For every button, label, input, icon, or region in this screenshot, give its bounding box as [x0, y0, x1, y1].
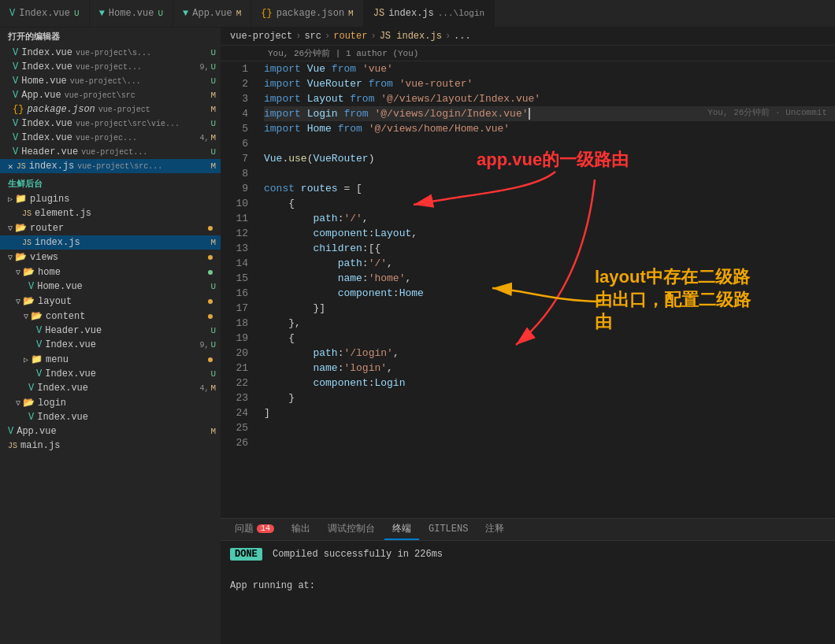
- tree-login-folder[interactable]: ▽ 📂 login: [0, 395, 221, 410]
- tree-content-folder[interactable]: ▽ 📂 content: [0, 309, 221, 324]
- bc-router: router: [333, 31, 367, 42]
- close-icon[interactable]: ✕: [8, 161, 13, 172]
- file-name: Index.vue: [37, 412, 88, 423]
- tab-debug-console[interactable]: 调试控制台: [320, 519, 383, 540]
- tree-main-js[interactable]: JS main.js: [0, 439, 221, 453]
- vue-file-icon: V: [13, 146, 18, 157]
- file-name: Index.vue: [21, 61, 72, 72]
- tree-home-folder[interactable]: ▽ 📂 home: [0, 265, 221, 279]
- file-status: U: [210, 62, 216, 72]
- status-dot-orange: [208, 255, 213, 260]
- code-line-16: component:Home: [264, 286, 835, 301]
- tree-element-js[interactable]: JS element.js: [0, 206, 221, 220]
- terminal-content[interactable]: DONE Compiled successfully in 226ms App …: [221, 541, 835, 644]
- folder-name: layout: [38, 296, 72, 307]
- tab-terminal[interactable]: 终端: [384, 519, 419, 540]
- problem-count: 14: [257, 524, 274, 533]
- open-file-index-vue-4[interactable]: V Index.vue vue-projec... 4, M: [0, 131, 221, 145]
- tab-label: Home.vue: [109, 8, 154, 19]
- tree-index-vue-content[interactable]: V Index.vue 9, U: [0, 338, 221, 352]
- code-line-10: {: [264, 196, 835, 211]
- tree-index-js[interactable]: JS index.js M: [0, 235, 221, 250]
- tree-home-vue[interactable]: V Home.vue U: [0, 279, 221, 294]
- open-file-index-vue-1[interactable]: V Index.vue vue-project\s... U: [0, 46, 221, 60]
- bc-sep4: ›: [445, 31, 451, 42]
- json-icon: {}: [261, 8, 272, 19]
- file-name: index.js: [35, 237, 80, 248]
- code-line-3: import Layout from '@/views/layout/Index…: [264, 91, 835, 106]
- file-name: Header.vue: [45, 325, 102, 336]
- file-status: M: [210, 238, 216, 247]
- tab-status: M: [236, 9, 242, 18]
- file-path: vue-project...: [81, 148, 147, 157]
- open-file-index-vue-3[interactable]: V Index.vue vue-project\src\vie... U: [0, 117, 221, 131]
- git-blame: You, 26分钟前 · Uncommit: [707, 106, 835, 118]
- folder-icon: 📂: [15, 251, 27, 263]
- folder-name: home: [38, 267, 61, 278]
- badge: 9,: [199, 63, 209, 72]
- tree-index-vue-menu[interactable]: V Index.vue U: [0, 367, 221, 381]
- tree-menu-folder[interactable]: ▷ 📁 menu: [0, 352, 221, 367]
- open-file-index-vue-2[interactable]: V Index.vue vue-project... 9, U: [0, 60, 221, 74]
- tab-app-vue[interactable]: ▼ App.vue M: [173, 0, 251, 27]
- open-file-header-vue[interactable]: V Header.vue vue-project... U: [0, 145, 221, 159]
- tab-problems[interactable]: 问题 14: [227, 519, 282, 540]
- open-file-home-vue[interactable]: V Home.vue vue-project\... U: [0, 74, 221, 88]
- file-name: Home.vue: [21, 76, 67, 87]
- bc-ellipsis: ...: [454, 31, 471, 42]
- file-path: vue-projec...: [76, 134, 137, 142]
- tab-package-json[interactable]: {} package.json M: [251, 0, 363, 27]
- tab-path: ...\login: [438, 9, 484, 18]
- code-line-15: name:'home',: [264, 271, 835, 286]
- code-line-7: Vue.use(VueRouter): [264, 151, 835, 166]
- tree-app-vue[interactable]: V App.vue M: [0, 424, 221, 439]
- tree-header-vue[interactable]: V Header.vue U: [0, 324, 221, 338]
- open-file-app-vue[interactable]: V App.vue vue-project\src M: [0, 88, 221, 102]
- tab-status: U: [158, 9, 163, 18]
- file-path: vue-project\src: [65, 91, 135, 100]
- tab-gitlens[interactable]: GITLENS: [421, 519, 476, 540]
- file-name: element.js: [35, 208, 91, 219]
- tab-status: U: [74, 9, 80, 18]
- vue-file-icon: V: [13, 47, 18, 58]
- tree-views[interactable]: ▽ 📂 views: [0, 250, 221, 265]
- folder-name: login: [38, 398, 66, 409]
- file-status: U: [210, 282, 216, 291]
- code-line-21: name:'login',: [264, 361, 835, 376]
- tree-plugins[interactable]: ▷ 📁 plugins: [0, 191, 221, 206]
- tree-layout-folder[interactable]: ▽ 📂 layout: [0, 294, 221, 309]
- tab-index-js[interactable]: JS index.js ...\login: [364, 0, 495, 27]
- tab-label: package.json: [276, 8, 344, 19]
- file-name: index.js: [29, 161, 75, 172]
- tab-label: index.js: [388, 8, 434, 19]
- folder-icon: 📂: [15, 222, 27, 234]
- tree-router[interactable]: ▽ 📂 router: [0, 220, 221, 235]
- open-file-index-js[interactable]: ✕ JS index.js vue-project\src... M: [0, 159, 221, 173]
- file-path: vue-project\...: [70, 77, 141, 86]
- code-line-17: }]: [264, 301, 835, 316]
- bc-sep2: ›: [325, 31, 330, 42]
- code-line-2: import VueRouter from 'vue-router': [264, 76, 835, 91]
- open-file-package-json[interactable]: {} package.json vue-project M: [0, 102, 221, 117]
- tree-index-vue-login[interactable]: V Index.vue: [0, 410, 221, 424]
- main-area: 打开的编辑器 V Index.vue vue-project\s... U V …: [0, 28, 835, 644]
- tab-status: M: [348, 9, 354, 18]
- js-file-icon: JS: [8, 442, 17, 450]
- tree-index-vue-layout[interactable]: V Index.vue 4, M: [0, 381, 221, 395]
- code-line-26: [264, 435, 835, 450]
- tab-index-vue-1[interactable]: V Index.vue U: [0, 0, 90, 27]
- json-file-icon: {}: [13, 104, 24, 115]
- file-name: App.vue: [21, 90, 61, 101]
- tab-home-vue[interactable]: ▼ Home.vue U: [90, 0, 173, 27]
- tab-comments[interactable]: 注释: [477, 519, 512, 540]
- expanded-arrow: ▽: [8, 224, 13, 233]
- tab-output[interactable]: 输出: [284, 519, 318, 540]
- file-name: Index.vue: [21, 132, 72, 143]
- file-name: Header.vue: [21, 146, 78, 157]
- file-status: U: [210, 48, 216, 57]
- file-name: Index.vue: [21, 47, 72, 58]
- badge: 4,: [199, 134, 209, 142]
- code-editor[interactable]: import Vue from 'vue' import VueRouter f…: [256, 61, 835, 518]
- folder-icon: 📂: [31, 310, 43, 322]
- file-path: vue-project: [98, 105, 150, 114]
